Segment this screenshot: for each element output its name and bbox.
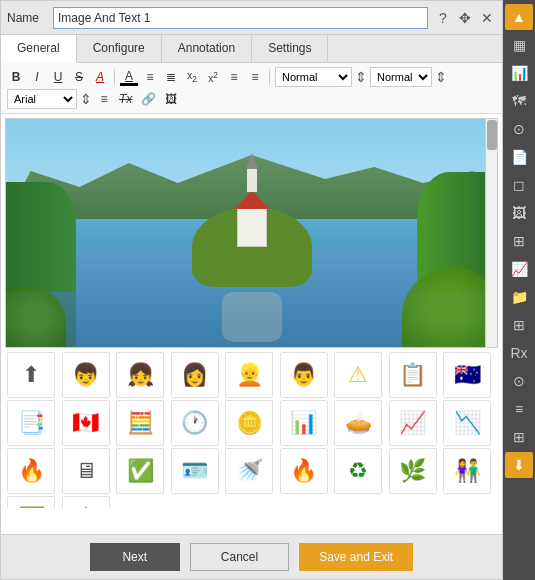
close-icon[interactable]: ✕ [478,10,496,26]
image-area [5,118,498,348]
coins-icon[interactable]: 🪙 [225,400,273,446]
save-exit-button[interactable]: Save and Exit [299,543,413,571]
list-ol-button[interactable]: ≣ [162,69,180,85]
bold-button[interactable]: B [7,69,25,85]
flag-ca-icon[interactable]: 🇨🇦 [62,400,110,446]
move-icon[interactable]: ✥ [456,10,474,26]
calculator-icon[interactable]: 🧮 [116,400,164,446]
house-icon[interactable]: 🏠 [62,496,110,508]
scrollbar[interactable] [485,119,497,347]
image-placeholder [6,119,497,347]
title-input[interactable] [53,7,428,29]
person4-icon[interactable]: 👱 [225,352,273,398]
image2-icon[interactable]: 🖼 [505,200,533,226]
icon-grid: ⬆👦👧👩👱👨⚠📋🇦🇺📑🇨🇦🧮🕐🪙📊🥧📈📉🔥🖥✅🪪🚿🔥♻🌿👫✅🏠 [1,348,502,508]
link-button[interactable]: 🔗 [138,91,159,107]
content-area: ⬆👦👧👩👱👨⚠📋🇦🇺📑🇨🇦🧮🕐🪙📊🥧📈📉🔥🖥✅🪪🚿🔥♻🌿👫✅🏠 [1,114,502,534]
toolbar-sep-1 [114,69,115,85]
header-icons: ? ✥ ✕ [434,10,496,26]
chart2-icon[interactable]: 📈 [505,256,533,282]
list-ul-button[interactable]: ≡ [141,69,159,85]
toolbar-sep-2 [269,69,270,85]
align-left-button[interactable]: ≡ [225,69,243,85]
superscript-button[interactable]: x2 [204,69,222,85]
water-icon[interactable]: 🚿 [225,448,273,494]
font-family-select[interactable]: Arial Times New Roman Verdana [7,89,77,109]
cancel-button[interactable]: Cancel [190,543,289,571]
check-circle-icon[interactable]: ✅ [7,496,55,508]
help-icon[interactable]: ? [434,10,452,26]
document-icon[interactable]: 📋 [389,352,437,398]
name-label: Name [7,11,47,25]
clear-format-button[interactable]: Tx [116,91,135,107]
download-icon[interactable]: ⬇ [505,452,533,478]
format-select-2[interactable]: Normal Large Small [370,67,432,87]
fire2-icon[interactable]: 🔥 [280,448,328,494]
plant-icon[interactable]: 🌿 [389,448,437,494]
tab-general[interactable]: General [1,35,77,63]
grid2-icon[interactable]: ⊞ [505,424,533,450]
clock-icon[interactable]: 🕐 [171,400,219,446]
clipboard-icon[interactable]: 📑 [7,400,55,446]
tab-annotation[interactable]: Annotation [162,35,252,62]
person3-icon[interactable]: 👩 [171,352,219,398]
upload-icon[interactable]: ⬆ [7,352,55,398]
person5-icon[interactable]: 👨 [280,352,328,398]
tab-configure[interactable]: Configure [77,35,162,62]
underline-button[interactable]: U [49,69,67,85]
shape-icon[interactable]: ◻ [505,172,533,198]
toolbar: B I U S A A ≡ ≣ x2 x2 ≡ ≡ Normal Heading… [1,63,502,114]
trend-down-icon[interactable]: 📉 [443,400,491,446]
file-icon[interactable]: 📁 [505,284,533,310]
recycle-icon[interactable]: ♻ [334,448,382,494]
align-right-button[interactable]: ≡ [246,69,264,85]
font-color-button[interactable]: A [120,68,138,86]
right-sidebar: ▲▦📊🗺⊙📄◻🖼⊞📈📁⊞Rx⊙≡⊞⬇ [503,0,535,580]
toolbar-row-2: Arial Times New Roman Verdana ⇕ ≡ Tx 🔗 🖼 [7,89,496,109]
trees-left [6,182,76,292]
header: Name ? ✥ ✕ [1,1,502,35]
insert-image-button[interactable]: 🖼 [162,91,180,107]
table-icon[interactable]: ▦ [505,32,533,58]
up-arrow-icon[interactable]: ▲ [505,4,533,30]
people-icon[interactable]: 👫 [443,448,491,494]
special-text-button[interactable]: A [91,69,109,85]
id-card-icon[interactable]: 🪪 [171,448,219,494]
chart2-icon[interactable]: 📈 [389,400,437,446]
grid-icon[interactable]: ⊞ [505,312,533,338]
main-panel: Name ? ✥ ✕ General Configure Annotation … [0,0,503,580]
checkmark-icon[interactable]: ✅ [116,448,164,494]
chart-bar-icon[interactable]: 📊 [280,400,328,446]
map-icon[interactable]: 🗺 [505,88,533,114]
person2-icon[interactable]: 👧 [116,352,164,398]
pie-chart-icon[interactable]: 🥧 [334,400,382,446]
table2-icon[interactable]: ⊞ [505,228,533,254]
document2-icon[interactable]: 📄 [505,144,533,170]
stack-icon[interactable]: ≡ [505,396,533,422]
warning-icon[interactable]: ⚠ [334,352,382,398]
scrollbar-thumb[interactable] [487,120,497,150]
tab-settings[interactable]: Settings [252,35,328,62]
fire-icon[interactable]: 🔥 [7,448,55,494]
rx-icon[interactable]: Rx [505,340,533,366]
strikethrough-button[interactable]: S [70,69,88,85]
tabs-bar: General Configure Annotation Settings [1,35,502,63]
bottom-bar: Next Cancel Save and Exit [1,534,502,579]
layers-icon[interactable]: ⊙ [505,368,533,394]
toolbar-row-1: B I U S A A ≡ ≣ x2 x2 ≡ ≡ Normal Heading… [7,67,496,87]
flag-au-icon[interactable]: 🇦🇺 [443,352,491,398]
gauge-icon[interactable]: ⊙ [505,116,533,142]
format-select-1[interactable]: Normal Heading 1 Heading 2 [275,67,352,87]
italic-button[interactable]: I [28,69,46,85]
person1-icon[interactable]: 👦 [62,352,110,398]
next-button[interactable]: Next [90,543,180,571]
dashboard-icon[interactable]: 🖥 [62,448,110,494]
subscript-button[interactable]: x2 [183,69,201,85]
bar-chart-icon[interactable]: 📊 [505,60,533,86]
align-justify-button[interactable]: ≡ [95,91,113,107]
